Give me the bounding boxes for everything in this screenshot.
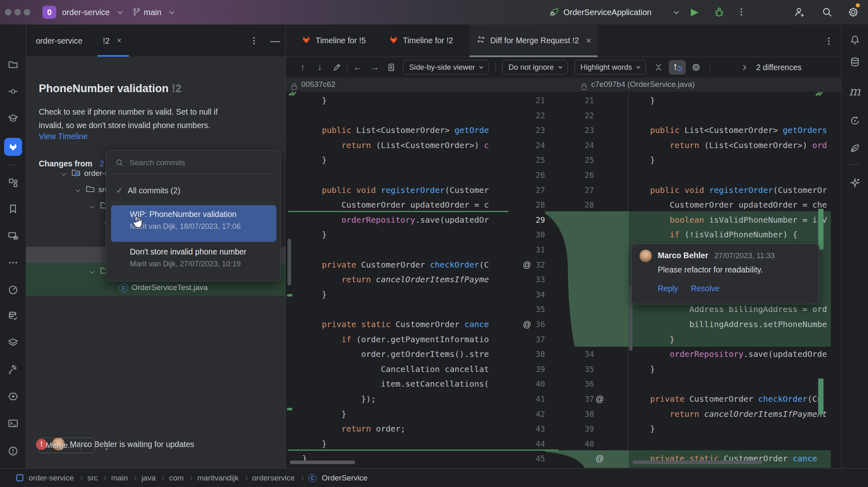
viewer-mode-dropdown[interactable]: Side-by-side viewer (403, 60, 489, 75)
run-button[interactable]: ▶ (691, 6, 698, 18)
editor-options-button[interactable] (828, 36, 830, 46)
commit-option[interactable]: Don't store invalid phone numberMarit va… (111, 243, 276, 279)
collapse-unchanged-icon[interactable] (652, 63, 665, 72)
window-zoom-icon[interactable] (24, 9, 30, 15)
profiler-icon[interactable] (4, 281, 22, 299)
reply-link[interactable]: Reply (658, 284, 678, 293)
commit-icon[interactable] (4, 82, 22, 100)
window-minimize-icon[interactable] (14, 9, 21, 15)
chevron-down-icon[interactable] (61, 171, 66, 175)
tab-mr-2[interactable]: !2 (103, 36, 109, 46)
chevron-down-icon[interactable] (90, 204, 94, 208)
right-change-marker[interactable] (818, 209, 823, 250)
whitespace-ignore-dropdown[interactable]: Do not ignore (502, 60, 568, 75)
tab-timeline-for-5[interactable]: Timeline for !5 (295, 24, 372, 57)
database-icon[interactable] (846, 53, 864, 71)
folder-icon[interactable] (4, 55, 22, 73)
comment-anchor-icon[interactable]: @ (594, 392, 605, 407)
gitlab-icon (389, 35, 398, 46)
right-horizontal-scrollbar[interactable] (632, 460, 762, 464)
chevron-down-icon[interactable] (76, 187, 80, 192)
database-check-icon[interactable] (4, 307, 22, 325)
merge-button[interactable]: Merge... (38, 438, 95, 453)
back-button[interactable]: ← (352, 62, 364, 72)
debug-button[interactable] (714, 7, 725, 20)
breadcrumb-item[interactable]: orderservice (252, 474, 295, 483)
tree-row[interactable]: COrderServiceTest.java1 (26, 279, 312, 296)
previous-change-button[interactable]: ↑ (296, 62, 309, 72)
left-diff-pane[interactable]: } public List<CustomerOrder> getOrde ret… (286, 92, 508, 468)
breadcrumb-item[interactable]: order-service (29, 474, 74, 483)
search-commits-input[interactable]: Search commits (129, 158, 185, 167)
comment-anchor-icon[interactable]: @ (522, 317, 532, 332)
synchronize-scrolling-button[interactable] (669, 60, 686, 75)
maven-icon[interactable]: m (846, 82, 864, 100)
view-timeline-link[interactable]: View Timeline (39, 132, 88, 141)
close-icon[interactable]: × (117, 36, 122, 45)
left-revision-hash: 00537c62 (301, 80, 335, 89)
settings-gear-icon[interactable] (848, 7, 859, 20)
breadcrumb-item[interactable]: maritvandijk (197, 474, 238, 483)
spring-leaf-icon[interactable] (846, 139, 864, 157)
terminal-icon[interactable] (4, 414, 22, 432)
run-configuration-selector[interactable]: OrderServiceApplication (563, 0, 652, 24)
left-change-marker[interactable] (287, 408, 292, 410)
chevron-down-icon[interactable] (85, 443, 89, 447)
circle-arrow-icon[interactable] (846, 112, 864, 130)
tab-diff-for-merge-request-2[interactable]: Diff for Merge Request !2× (470, 24, 598, 57)
left-change-marker[interactable] (287, 294, 292, 297)
tree-item-label: OrderServiceTest.java (131, 283, 208, 292)
ai-sparkle-icon[interactable] (846, 174, 864, 192)
comment-anchor-icon[interactable]: @ (594, 451, 605, 466)
chevron-right-icon[interactable] (741, 65, 746, 70)
diff-settings-gear-icon[interactable] (690, 62, 702, 72)
project-icon (71, 168, 81, 179)
more-icon[interactable] (4, 254, 22, 272)
comment-anchor-icon[interactable]: @ (522, 257, 532, 272)
ide-window: 0 order-service main OrderServiceApplica… (0, 0, 868, 487)
tool-window-title[interactable]: order-service (36, 36, 82, 46)
services-icon[interactable] (4, 227, 22, 245)
structure-icon[interactable] (4, 174, 22, 192)
problems-icon[interactable] (4, 442, 22, 460)
close-icon[interactable]: × (586, 35, 591, 46)
search-everywhere-icon[interactable] (821, 7, 833, 20)
bookmark-icon[interactable] (4, 200, 22, 218)
highlight-mode-dropdown[interactable]: Highlight words (574, 60, 646, 75)
code-line: return (List<CustomerOrder>) c (302, 138, 489, 153)
branch-switcher[interactable]: main (144, 0, 161, 24)
stripe-divider (8, 165, 18, 165)
right-change-marker[interactable] (818, 379, 823, 414)
chevron-down-icon[interactable] (90, 269, 94, 273)
merge-options-button[interactable] (106, 441, 107, 451)
left-horizontal-scrollbar[interactable] (290, 460, 355, 464)
edit-source-icon[interactable] (331, 63, 343, 72)
window-close-icon[interactable] (5, 9, 11, 15)
bell-icon[interactable] (846, 31, 864, 49)
breadcrumb-item[interactable]: java (141, 474, 156, 483)
more-actions-button[interactable] (741, 7, 742, 17)
next-change-button[interactable]: ↓ (314, 62, 326, 72)
resolve-link[interactable]: Resolve (691, 284, 719, 293)
breadcrumb-item[interactable]: src (87, 474, 98, 483)
left-vertical-scrollbar[interactable] (287, 239, 291, 286)
build-icon[interactable] (4, 361, 22, 379)
run-hex-icon[interactable] (4, 387, 22, 405)
gitlab-icon[interactable] (4, 138, 22, 156)
add-user-button[interactable] (794, 7, 805, 20)
breadcrumb-item[interactable]: OrderService (322, 474, 367, 483)
code-line: } (630, 93, 655, 108)
project-switcher[interactable]: order-service (62, 0, 110, 24)
all-commits-option[interactable]: ✓ All commits (2) (116, 184, 180, 197)
panel-options-button[interactable] (253, 36, 255, 46)
compare-clipboard-icon[interactable] (385, 63, 397, 72)
tool-window-header: order-service !2 × — (26, 24, 285, 57)
learn-icon[interactable] (4, 109, 22, 127)
breadcrumb-item[interactable]: main (111, 474, 128, 483)
layers-icon[interactable] (4, 334, 22, 352)
tab-label: Timeline for !5 (316, 36, 366, 45)
forward-button[interactable]: → (369, 62, 381, 72)
tab-timeline-for-2[interactable]: Timeline for !2 (382, 24, 460, 57)
breadcrumb-item[interactable]: com (169, 474, 184, 483)
hide-panel-button[interactable]: — (270, 35, 280, 46)
